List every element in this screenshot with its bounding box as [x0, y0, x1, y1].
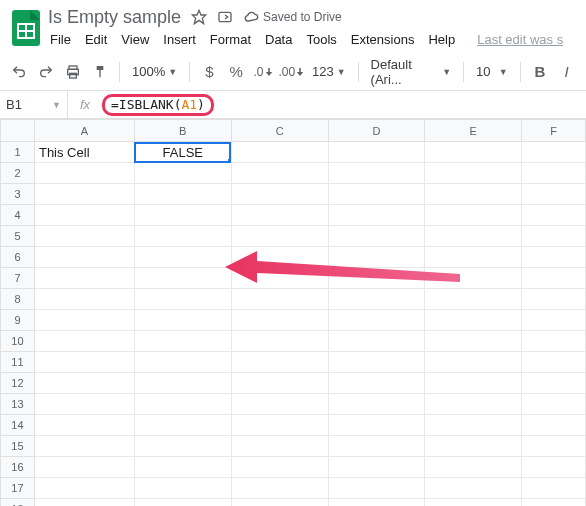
cell[interactable] [34, 499, 134, 507]
cell[interactable] [328, 415, 425, 436]
move-icon[interactable] [217, 9, 233, 25]
cell[interactable] [231, 310, 328, 331]
cell[interactable] [34, 478, 134, 499]
cell[interactable] [425, 184, 522, 205]
zoom-dropdown[interactable]: 100%▼ [128, 64, 181, 79]
row-header[interactable]: 5 [1, 226, 35, 247]
cell[interactable] [231, 142, 328, 163]
decrease-decimal-button[interactable]: .0 [252, 59, 275, 85]
menu-file[interactable]: File [50, 32, 71, 47]
cell[interactable] [522, 331, 586, 352]
font-size-dropdown[interactable]: 10▼ [472, 64, 512, 79]
cell[interactable] [522, 226, 586, 247]
cell[interactable] [425, 415, 522, 436]
cell[interactable] [522, 289, 586, 310]
column-header[interactable]: D [328, 120, 425, 142]
cell[interactable] [231, 163, 328, 184]
cell[interactable] [425, 394, 522, 415]
row-header[interactable]: 17 [1, 478, 35, 499]
undo-button[interactable] [8, 59, 31, 85]
cell[interactable] [328, 163, 425, 184]
cell[interactable] [425, 331, 522, 352]
cell[interactable] [231, 457, 328, 478]
format-percent-button[interactable]: % [225, 59, 248, 85]
cell[interactable] [231, 226, 328, 247]
cell[interactable] [328, 478, 425, 499]
cell[interactable] [425, 373, 522, 394]
cell[interactable] [134, 268, 231, 289]
cell[interactable] [134, 415, 231, 436]
format-currency-button[interactable]: $ [198, 59, 221, 85]
increase-decimal-button[interactable]: .00 [278, 59, 304, 85]
cell[interactable] [231, 268, 328, 289]
menu-format[interactable]: Format [210, 32, 251, 47]
cell[interactable] [328, 499, 425, 507]
cell[interactable] [425, 289, 522, 310]
row-header[interactable]: 10 [1, 331, 35, 352]
cell[interactable] [522, 205, 586, 226]
cell[interactable] [425, 310, 522, 331]
cell[interactable] [134, 499, 231, 507]
column-header[interactable]: B [134, 120, 231, 142]
column-header[interactable]: C [231, 120, 328, 142]
column-header[interactable]: A [34, 120, 134, 142]
row-header[interactable]: 14 [1, 415, 35, 436]
paint-format-button[interactable] [88, 59, 111, 85]
cell[interactable] [134, 310, 231, 331]
cell[interactable] [328, 226, 425, 247]
bold-button[interactable]: B [528, 59, 551, 85]
row-header[interactable]: 13 [1, 394, 35, 415]
cell[interactable] [231, 331, 328, 352]
cell[interactable] [522, 142, 586, 163]
cell[interactable] [34, 163, 134, 184]
cell[interactable] [328, 205, 425, 226]
star-icon[interactable] [191, 9, 207, 25]
cell[interactable] [231, 184, 328, 205]
sheets-logo[interactable] [10, 8, 42, 48]
row-header[interactable]: 6 [1, 247, 35, 268]
cell[interactable] [425, 352, 522, 373]
more-formats-dropdown[interactable]: 123▼ [308, 64, 350, 79]
cell[interactable] [34, 373, 134, 394]
cell[interactable] [522, 268, 586, 289]
cell-B1[interactable]: FALSE [134, 142, 231, 163]
grid-table[interactable]: A B C D E F 1 This Cell FALSE 2 3 4 5 6 … [0, 119, 586, 506]
formula-input[interactable]: =ISBLANK(A1) [102, 94, 214, 116]
cell[interactable] [134, 478, 231, 499]
cell[interactable] [34, 205, 134, 226]
cell[interactable] [522, 184, 586, 205]
cell[interactable] [328, 184, 425, 205]
cell[interactable] [134, 352, 231, 373]
cell[interactable] [522, 415, 586, 436]
cell[interactable] [328, 310, 425, 331]
cell[interactable] [134, 436, 231, 457]
cell[interactable] [34, 394, 134, 415]
cell[interactable] [34, 310, 134, 331]
row-header[interactable]: 16 [1, 457, 35, 478]
name-box[interactable]: B1 ▼ [0, 91, 68, 118]
cell-A1[interactable]: This Cell [34, 142, 134, 163]
cell[interactable] [522, 310, 586, 331]
cell[interactable] [328, 331, 425, 352]
cell[interactable] [34, 457, 134, 478]
cell[interactable] [522, 352, 586, 373]
cell[interactable] [231, 247, 328, 268]
cell[interactable] [34, 226, 134, 247]
cell[interactable] [522, 247, 586, 268]
font-dropdown[interactable]: Default (Ari...▼ [367, 57, 456, 87]
cell[interactable] [34, 247, 134, 268]
menu-help[interactable]: Help [428, 32, 455, 47]
cell[interactable] [522, 436, 586, 457]
cell[interactable] [134, 373, 231, 394]
cell[interactable] [34, 268, 134, 289]
cell[interactable] [231, 415, 328, 436]
cell[interactable] [34, 289, 134, 310]
cell[interactable] [425, 478, 522, 499]
row-header[interactable]: 7 [1, 268, 35, 289]
menu-extensions[interactable]: Extensions [351, 32, 415, 47]
cell[interactable] [328, 457, 425, 478]
cell[interactable] [425, 163, 522, 184]
cell[interactable] [134, 226, 231, 247]
cell[interactable] [134, 205, 231, 226]
cell[interactable] [34, 331, 134, 352]
